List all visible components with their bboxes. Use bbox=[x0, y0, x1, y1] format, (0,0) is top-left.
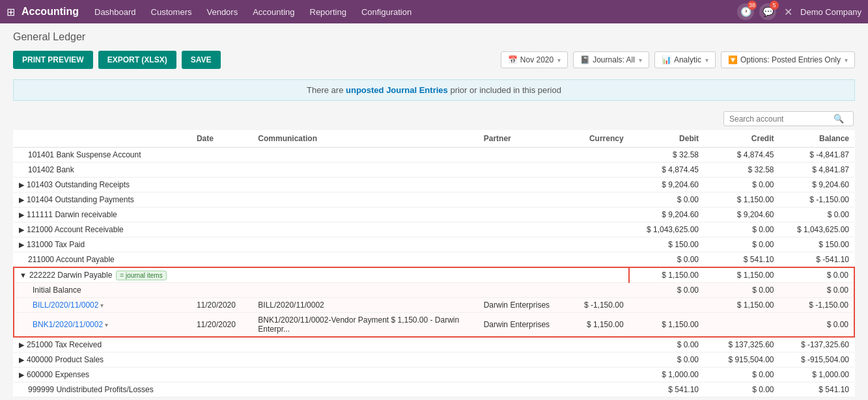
table-cell bbox=[191, 267, 253, 283]
credit-cell: $ 0.00 bbox=[704, 178, 779, 193]
options-filter-button[interactable]: 🔽 Options: Posted Entries Only ▾ bbox=[721, 51, 855, 68]
expand-arrow-icon[interactable]: ▶ bbox=[19, 196, 24, 204]
communication-cell bbox=[253, 283, 478, 298]
table-cell bbox=[479, 163, 567, 178]
expand-arrow-icon[interactable]: ▶ bbox=[19, 371, 24, 379]
debit-cell: $ 541.10 bbox=[629, 382, 704, 397]
account-id: 101401 bbox=[28, 150, 56, 159]
balance-cell: $ -137,325.60 bbox=[779, 337, 855, 353]
account-id: 211000 bbox=[28, 255, 56, 264]
table-cell bbox=[253, 222, 478, 237]
col-debit: Debit bbox=[629, 130, 704, 148]
debit-cell: $ 1,000.00 bbox=[629, 367, 704, 382]
info-link[interactable]: unposted Journal Entries bbox=[346, 85, 448, 95]
table-row: ▶251000 Tax Received$ 0.00$ 137,325.60$ … bbox=[14, 337, 854, 353]
account-id: 101404 bbox=[27, 195, 55, 204]
table-cell bbox=[567, 193, 628, 207]
col-date: Date bbox=[191, 130, 253, 148]
expand-arrow-icon[interactable]: ▶ bbox=[19, 211, 24, 219]
table-cell bbox=[567, 163, 628, 178]
toolbar-filters: 📅 Nov 2020 ▾ 📓 Journals: All ▾ 📊 Analyti… bbox=[501, 51, 855, 68]
table-row: ▶121000 Account Receivable$ 1,043,625.00… bbox=[14, 222, 854, 237]
search-input[interactable] bbox=[729, 114, 833, 124]
table-cell bbox=[567, 337, 628, 353]
expand-arrow-icon[interactable]: ▼ bbox=[20, 271, 27, 279]
close-button[interactable]: ✕ bbox=[784, 6, 792, 18]
debit-cell: $ 0.00 bbox=[629, 353, 704, 367]
table-cell bbox=[479, 267, 567, 283]
table-row: 101402 Bank$ 4,874.45$ 32.58$ 4,841.87 bbox=[14, 163, 854, 178]
nav-accounting[interactable]: Accounting bbox=[250, 6, 297, 18]
journals-filter-button[interactable]: 📓 Journals: All ▾ bbox=[573, 51, 649, 68]
account-id: 111111 bbox=[27, 210, 55, 219]
info-suffix: prior or included in this period bbox=[450, 85, 561, 95]
table-cell bbox=[191, 237, 253, 252]
balance-cell: $ -1,150.00 bbox=[779, 193, 855, 207]
table-cell bbox=[567, 252, 628, 268]
table-cell bbox=[253, 237, 478, 252]
account-name: Account Receivable bbox=[55, 225, 124, 234]
debit-cell: $ 4,874.45 bbox=[629, 163, 704, 178]
credit-cell: $ 541.10 bbox=[704, 252, 779, 268]
table-cell bbox=[479, 367, 567, 382]
nav-customers[interactable]: Customers bbox=[148, 6, 195, 18]
balance-cell: $ 1,043,625.00 bbox=[779, 222, 855, 237]
table-cell bbox=[567, 237, 628, 252]
print-preview-button[interactable]: PRINT PREVIEW bbox=[13, 51, 93, 69]
table-cell bbox=[479, 222, 567, 237]
expand-arrow-icon[interactable]: ▶ bbox=[19, 226, 24, 233]
journal-icon: 📓 bbox=[580, 55, 590, 64]
expand-arrow-icon[interactable]: ▶ bbox=[19, 356, 24, 364]
notifications-button[interactable]: 🕐 38 bbox=[737, 3, 754, 20]
credit-cell: $ 1,150.00 bbox=[704, 193, 779, 207]
table-cell bbox=[191, 337, 253, 353]
expand-arrow-icon[interactable]: ▶ bbox=[19, 341, 24, 349]
entry-dropdown-arrow[interactable]: ▾ bbox=[103, 321, 108, 328]
col-partner: Partner bbox=[479, 130, 567, 148]
entry-link[interactable]: BILL/2020/11/0002 bbox=[33, 300, 98, 310]
table-row: ▶600000 Expenses$ 1,000.00$ 0.00$ 1,000.… bbox=[14, 367, 854, 382]
ledger-table: Date Communication Partner Currency Debi… bbox=[13, 130, 855, 397]
nav-dashboard[interactable]: Dashboard bbox=[92, 6, 139, 18]
date-cell bbox=[191, 283, 253, 298]
table-cell bbox=[253, 178, 478, 193]
debit-cell: $ 1,043,625.00 bbox=[629, 222, 704, 237]
account-name: Darwin receivable bbox=[55, 210, 117, 219]
entry-link[interactable]: BNK1/2020/11/0002 bbox=[33, 320, 103, 329]
currency-cell: $ 1,150.00 bbox=[567, 313, 628, 338]
entry-dropdown-arrow[interactable]: ▾ bbox=[98, 302, 104, 309]
journals-dropdown-arrow: ▾ bbox=[639, 57, 642, 64]
credit-cell: $ 4,874.45 bbox=[704, 148, 779, 163]
debit-cell: $ 150.00 bbox=[629, 237, 704, 252]
table-row: ▶111111 Darwin receivable$ 9,204.60$ 9,2… bbox=[14, 207, 854, 222]
nav-vendors[interactable]: Vendors bbox=[204, 6, 240, 18]
date-filter-button[interactable]: 📅 Nov 2020 ▾ bbox=[501, 51, 568, 68]
debit-cell: $ 0.00 bbox=[629, 193, 704, 207]
expand-arrow-icon[interactable]: ▶ bbox=[19, 181, 24, 189]
credit-cell: $ 32.58 bbox=[704, 163, 779, 178]
export-xlsx-button[interactable]: EXPORT (XLSX) bbox=[98, 51, 176, 69]
table-cell bbox=[191, 252, 253, 268]
table-row: ▶131000 Tax Paid$ 150.00$ 0.00$ 150.00 bbox=[14, 237, 854, 252]
credit-cell: $ 0.00 bbox=[704, 222, 779, 237]
journal-items-badge[interactable]: = journal items bbox=[116, 271, 166, 280]
nav-reporting[interactable]: Reporting bbox=[307, 6, 349, 18]
table-row: ▶400000 Product Sales$ 0.00$ 915,504.00$… bbox=[14, 353, 854, 367]
table-row: 999999 Undistributed Profits/Losses$ 541… bbox=[14, 382, 854, 397]
communication-cell: BNK1/2020/11/0002-Vendor Payment $ 1,150… bbox=[253, 313, 478, 338]
account-id: 101403 bbox=[27, 180, 55, 189]
table-cell bbox=[567, 267, 628, 283]
balance-cell: $ 541.10 bbox=[779, 382, 855, 397]
table-cell bbox=[567, 178, 628, 193]
messages-button[interactable]: 💬 5 bbox=[759, 3, 776, 20]
credit-cell bbox=[704, 313, 779, 338]
app-grid-icon[interactable]: ⊞ bbox=[7, 6, 15, 18]
analytic-filter-button[interactable]: 📊 Analytic ▾ bbox=[654, 51, 716, 68]
initial-balance-label: Initial Balance bbox=[33, 286, 81, 295]
save-button[interactable]: SAVE bbox=[182, 51, 221, 69]
expand-arrow-icon[interactable]: ▶ bbox=[19, 241, 24, 248]
table-cell bbox=[479, 148, 567, 163]
date-cell: 11/20/2020 bbox=[191, 298, 253, 313]
nav-configuration[interactable]: Configuration bbox=[359, 6, 414, 18]
credit-cell: $ 0.00 bbox=[704, 283, 779, 298]
